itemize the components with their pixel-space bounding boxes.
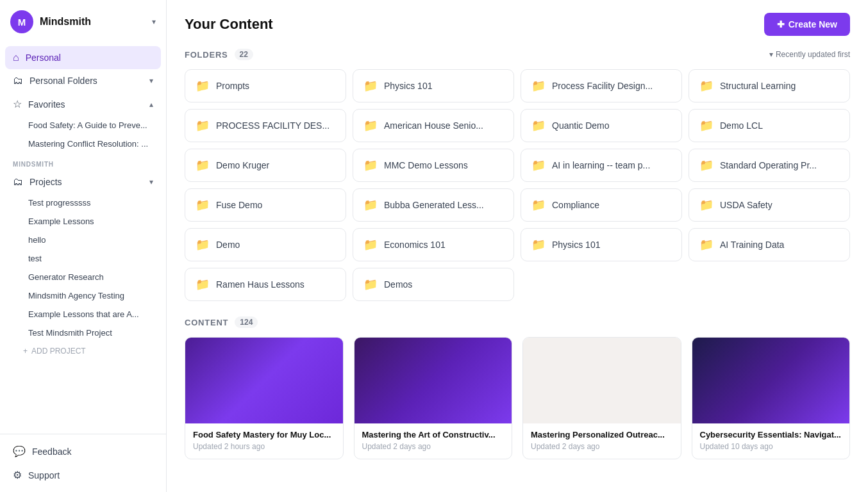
folder-card[interactable]: 📁 AI Training Data — [689, 228, 850, 261]
project-item-2[interactable]: hello — [5, 231, 161, 249]
content-section-header: CONTENT 124 — [185, 316, 850, 328]
project-item-3[interactable]: test — [5, 249, 161, 268]
favorite-item-2[interactable]: Mastering Conflict Resolution: ... — [5, 135, 161, 153]
sidebar-item-personal-folders[interactable]: 🗂 Personal Folders ▾ — [5, 69, 161, 92]
folder-name: Economics 101 — [384, 240, 446, 250]
main-body: FOLDERS 22 ▾ Recently updated first 📁 Pr… — [167, 44, 868, 492]
folder-card[interactable]: 📁 USDA Safety — [689, 188, 850, 222]
folder-card[interactable]: 📁 PROCESS FACILITY DES... — [185, 109, 346, 142]
content-info: Food Safety Mastery for Muy Loc... Updat… — [185, 423, 343, 459]
folder-card[interactable]: 📁 AI in learning -- team p... — [521, 149, 682, 182]
folder-name: USDA Safety — [720, 200, 772, 210]
sidebar-item-label: Projects — [29, 177, 143, 187]
app-name: Mindsmith — [40, 16, 146, 28]
folder-card[interactable]: 📁 Physics 101 — [353, 69, 514, 102]
folder-icon: 📁 — [363, 238, 378, 252]
content-thumbnail — [185, 338, 343, 423]
app-header[interactable]: M Mindsmith ▾ — [0, 0, 166, 44]
add-project-button[interactable]: + ADD PROJECT — [5, 342, 161, 360]
sidebar-item-label: Personal Folders — [29, 76, 143, 86]
sort-icon: ▾ — [769, 50, 773, 59]
folder-card[interactable]: 📁 Fuse Demo — [185, 188, 346, 222]
star-icon: ☆ — [13, 98, 22, 110]
folder-card[interactable]: 📁 Structural Learning — [689, 69, 850, 102]
folder-card[interactable]: 📁 Bubba Generated Less... — [353, 188, 514, 222]
folder-icon: 📁 — [699, 79, 714, 93]
sidebar-item-projects[interactable]: 🗂 Projects ▾ — [5, 170, 161, 193]
content-card[interactable]: Food Safety Mastery for Muy Loc... Updat… — [185, 337, 344, 459]
folder-card[interactable]: 📁 Process Facility Design... — [521, 69, 682, 102]
home-icon: ⌂ — [13, 52, 19, 63]
folder-card[interactable]: 📁 MMC Demo Lessons — [353, 149, 514, 182]
folder-card[interactable]: 📁 Ramen Haus Lessons — [185, 268, 346, 301]
content-updated: Updated 2 days ago — [362, 442, 505, 451]
folder-card[interactable]: 📁 Economics 101 — [353, 228, 514, 261]
folder-card[interactable]: 📁 Standard Operating Pr... — [689, 149, 850, 182]
folder-name: AI in learning -- team p... — [552, 160, 650, 170]
sidebar-item-personal[interactable]: ⌂ Personal — [5, 46, 161, 69]
folder-icon: 📁 — [196, 238, 210, 252]
folder-name: Demo LCL — [720, 120, 763, 131]
content-card[interactable]: Mastering the Art of Constructiv... Upda… — [354, 337, 513, 459]
folder-card[interactable]: 📁 American House Senio... — [353, 109, 514, 142]
folders-section-header: FOLDERS 22 ▾ Recently updated first — [185, 49, 850, 60]
folder-card[interactable]: 📁 Compliance — [521, 188, 682, 222]
folders-section-title: FOLDERS — [185, 50, 228, 60]
folder-name: Ramen Haus Lessons — [216, 279, 305, 290]
sidebar: M Mindsmith ▾ ⌂ Personal 🗂 Personal Fold… — [0, 0, 167, 492]
favorite-item-1[interactable]: Food Safety: A Guide to Preve... — [5, 116, 161, 135]
folder-card[interactable]: 📁 Demos — [353, 268, 514, 301]
project-item-5[interactable]: Mindsmith Agency Testing — [5, 286, 161, 305]
folder-icon: 📁 — [531, 238, 546, 252]
project-item-0[interactable]: Test progresssss — [5, 193, 161, 212]
chevron-down-icon: ▾ — [152, 17, 156, 26]
folder-card[interactable]: 📁 Demo LCL — [689, 109, 850, 142]
support-icon: ⚙ — [13, 469, 22, 481]
content-title: Cybersecurity Essentials: Navigat... — [700, 430, 842, 439]
content-info: Mastering Personalized Outreac... Update… — [523, 423, 681, 459]
main-content: Your Content ✚ Create New FOLDERS 22 ▾ R… — [167, 0, 868, 492]
folder-name: AI Training Data — [720, 240, 784, 250]
folder-icon: 📁 — [699, 238, 714, 252]
sidebar-item-favorites[interactable]: ☆ Favorites ▴ — [5, 92, 161, 116]
project-item-6[interactable]: Example Lessons that are A... — [5, 305, 161, 324]
folder-card[interactable]: 📁 Quantic Demo — [521, 109, 682, 142]
plus-icon: ✚ — [777, 19, 785, 29]
folder-icon: 📁 — [363, 79, 378, 93]
folder-name: Process Facility Design... — [552, 81, 653, 91]
folder-name: Physics 101 — [552, 240, 600, 250]
content-title: Mastering the Art of Constructiv... — [362, 430, 505, 439]
avatar: M — [10, 10, 33, 33]
main-header: Your Content ✚ Create New — [167, 0, 868, 44]
content-section-title: CONTENT — [185, 318, 228, 327]
sidebar-item-support[interactable]: ⚙ Support — [5, 463, 161, 487]
sidebar-item-feedback[interactable]: 💬 Feedback — [5, 439, 161, 463]
project-item-7[interactable]: Test Mindsmith Project — [5, 324, 161, 342]
folder-card[interactable]: 📁 Demo — [185, 228, 346, 261]
folders-count-badge: 22 — [235, 49, 253, 60]
content-count-badge: 124 — [235, 316, 258, 328]
folder-name: MMC Demo Lessons — [384, 160, 468, 170]
content-card[interactable]: Cybersecurity Essentials: Navigat... Upd… — [692, 337, 851, 459]
project-item-4[interactable]: Generator Research — [5, 268, 161, 286]
folder-name: Structural Learning — [720, 81, 796, 91]
folder-card[interactable]: 📁 Prompts — [185, 69, 346, 102]
content-title: Food Safety Mastery for Muy Loc... — [193, 430, 335, 439]
content-card[interactable]: Mastering Personalized Outreac... Update… — [522, 337, 681, 459]
folder-card[interactable]: 📁 Demo Kruger — [185, 149, 346, 182]
content-thumbnail — [523, 338, 681, 423]
sort-button[interactable]: ▾ Recently updated first — [769, 50, 850, 59]
folder-icon: 📁 — [363, 119, 378, 133]
create-new-button[interactable]: ✚ Create New — [764, 13, 850, 36]
folder-icon: 📁 — [363, 158, 378, 172]
folder-icon: 📁 — [196, 277, 210, 291]
project-item-1[interactable]: Example Lessons — [5, 212, 161, 231]
folder-icon: 📁 — [531, 198, 546, 212]
folder-name: Demo — [216, 240, 240, 250]
folder-card[interactable]: 📁 Physics 101 — [521, 228, 682, 261]
content-updated: Updated 2 hours ago — [193, 442, 335, 451]
sidebar-nav: ⌂ Personal 🗂 Personal Folders ▾ ☆ Favori… — [0, 44, 166, 434]
add-project-label: ADD PROJECT — [31, 347, 86, 356]
folder-name: Prompts — [216, 81, 249, 91]
content-info: Cybersecurity Essentials: Navigat... Upd… — [692, 423, 850, 459]
